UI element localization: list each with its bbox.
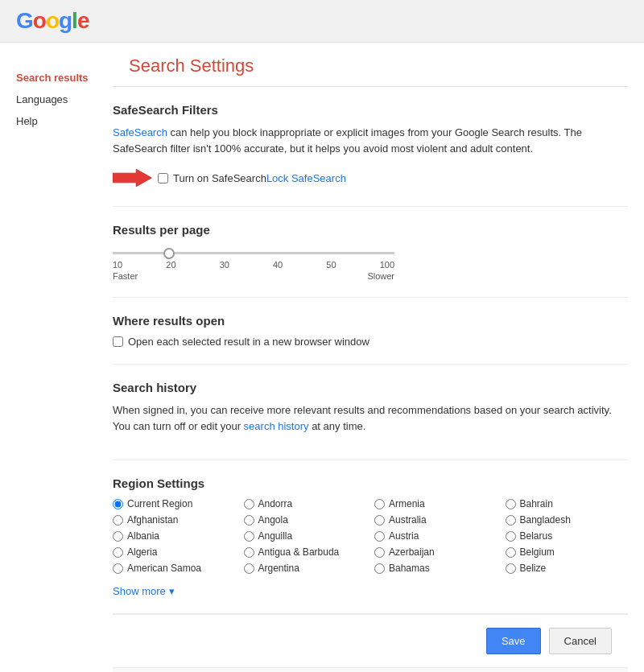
region-label: Australia (389, 514, 427, 526)
safesearch-checkbox-label[interactable]: Turn on SafeSearch (158, 172, 266, 184)
search-history-text2: at any time. (309, 420, 366, 432)
tick-10: 10 (113, 260, 122, 270)
region-label: Albania (127, 530, 159, 542)
region-radio[interactable] (113, 515, 123, 526)
header: Google (0, 0, 644, 43)
region-option[interactable]: Afghanistan (113, 514, 236, 526)
region-label: Current Region (127, 498, 192, 509)
region-option[interactable]: Armenia (374, 498, 497, 509)
region-option[interactable]: Belize (506, 563, 629, 574)
region-option[interactable]: Algeria (113, 546, 236, 558)
save-button[interactable]: Save (486, 628, 541, 654)
region-radio[interactable] (506, 499, 516, 509)
footer-buttons: Save Cancel (113, 614, 628, 667)
search-history-desc: When signed in, you can receive more rel… (113, 402, 628, 434)
region-option[interactable]: Bangladesh (506, 514, 629, 526)
region-option[interactable]: Antigua & Barbuda (244, 546, 367, 558)
slider-container: 10 20 30 40 50 100 Faster Slower (113, 245, 628, 281)
region-radio[interactable] (506, 563, 516, 574)
sidebar-item-languages[interactable]: Languages (16, 89, 97, 110)
show-more-link[interactable]: Show more ▾ (113, 585, 628, 597)
new-window-checkbox[interactable] (113, 336, 123, 347)
region-label: Bahamas (389, 563, 430, 574)
region-option[interactable]: Anguilla (244, 530, 367, 542)
region-label: Belize (520, 563, 547, 574)
chevron-down-icon: ▾ (169, 585, 175, 597)
safesearch-section: SafeSearch Filters SafeSearch can help y… (113, 87, 628, 207)
cancel-button[interactable]: Cancel (549, 628, 612, 654)
safesearch-desc-text: can help you block inappropriate or expl… (113, 126, 582, 155)
tick-20: 20 (166, 260, 175, 270)
region-label: Angola (258, 514, 288, 526)
region-radio[interactable] (113, 563, 123, 574)
region-radio[interactable] (374, 515, 385, 526)
safesearch-link[interactable]: SafeSearch (113, 126, 167, 138)
new-window-checkbox-text: Open each selected result in a new brows… (128, 336, 369, 348)
region-radio[interactable] (506, 531, 516, 542)
region-label: Bahrain (520, 498, 553, 509)
arrow-annotation-icon (113, 166, 153, 190)
region-option[interactable]: Albania (113, 530, 236, 542)
saved-bar: Saved settings are available whenever yo… (113, 667, 628, 672)
region-option[interactable]: Azerbaijan (374, 546, 497, 558)
region-radio[interactable] (113, 531, 123, 542)
region-radio[interactable] (244, 547, 254, 558)
region-option[interactable]: Australia (374, 514, 497, 526)
region-radio[interactable] (506, 547, 516, 558)
results-per-page-slider[interactable] (113, 252, 394, 254)
region-radio[interactable] (506, 515, 516, 526)
lock-safesearch-link[interactable]: Lock SafeSearch (266, 172, 346, 184)
region-label: Afghanistan (127, 514, 178, 526)
region-option[interactable]: Andorra (244, 498, 367, 509)
search-history-title: Search history (113, 381, 628, 394)
region-option[interactable]: Austria (374, 530, 497, 542)
region-radio[interactable] (113, 547, 123, 558)
region-radio[interactable] (374, 499, 385, 509)
region-option[interactable]: Current Region (113, 498, 236, 509)
region-radio[interactable] (244, 499, 254, 509)
region-label: Belgium (520, 546, 555, 558)
label-slower: Slower (367, 271, 394, 281)
region-option[interactable]: American Samoa (113, 563, 236, 574)
region-radio[interactable] (244, 563, 254, 574)
region-option[interactable]: Bahrain (506, 498, 629, 509)
safesearch-title: SafeSearch Filters (113, 103, 628, 117)
region-radio[interactable] (374, 531, 385, 542)
region-settings-section: Region Settings Current RegionAndorraArm… (113, 460, 628, 614)
region-radio[interactable] (244, 531, 254, 542)
region-option[interactable]: Argentina (244, 563, 367, 574)
region-label: Azerbaijan (389, 546, 435, 558)
sidebar-item-help[interactable]: Help (16, 110, 97, 132)
region-radio[interactable] (113, 499, 123, 509)
safesearch-checkbox-row: Turn on SafeSearch Lock SafeSearch (113, 166, 628, 190)
sidebar: Search results Languages Help (0, 43, 113, 672)
safesearch-checkbox[interactable] (158, 173, 168, 183)
new-window-checkbox-label[interactable]: Open each selected result in a new brows… (113, 336, 628, 348)
region-label: Algeria (127, 546, 157, 558)
region-radio[interactable] (374, 547, 385, 558)
region-label: Austria (389, 530, 419, 542)
region-option[interactable]: Belgium (506, 546, 629, 558)
region-label: Armenia (389, 498, 425, 509)
safesearch-desc: SafeSearch can help you block inappropri… (113, 125, 628, 156)
tick-100: 100 (380, 260, 394, 270)
region-option[interactable]: Bahamas (374, 563, 497, 574)
where-results-section: Where results open Open each selected re… (113, 298, 628, 365)
tick-50: 50 (326, 260, 336, 270)
label-faster: Faster (113, 271, 138, 281)
where-results-title: Where results open (113, 314, 628, 328)
show-more: Show more ▾ (113, 585, 628, 597)
region-option[interactable]: Angola (244, 514, 367, 526)
region-radio[interactable] (244, 515, 254, 526)
region-label: Antigua & Barbuda (258, 546, 340, 558)
slider-track (113, 245, 394, 257)
region-radio[interactable] (374, 563, 385, 574)
search-history-link[interactable]: search history (244, 420, 309, 432)
safesearch-checkbox-text: Turn on SafeSearch (173, 172, 266, 184)
region-label: American Samoa (127, 563, 201, 574)
region-option[interactable]: Belarus (506, 530, 629, 542)
svg-marker-0 (113, 169, 151, 187)
search-history-section: Search history When signed in, you can r… (113, 365, 628, 460)
sidebar-item-search-results[interactable]: Search results (16, 67, 97, 89)
google-logo: Google (16, 8, 89, 34)
